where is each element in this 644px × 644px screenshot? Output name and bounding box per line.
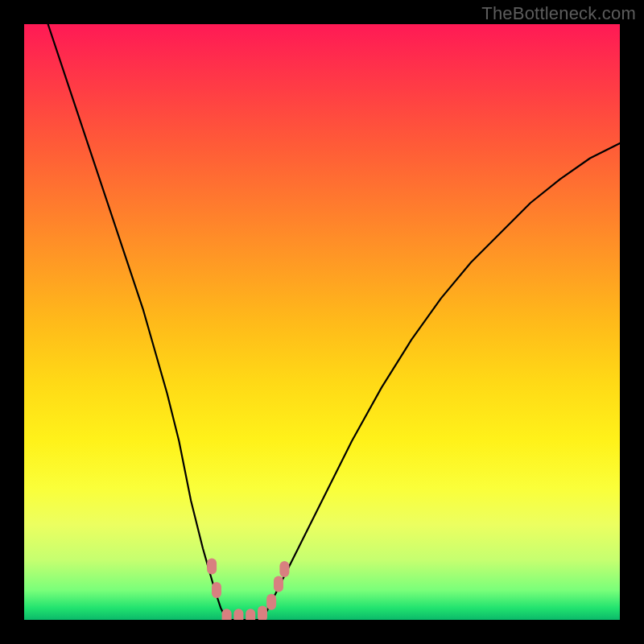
data-marker [279,561,289,577]
data-marker [207,558,217,574]
data-marker [233,609,243,620]
markers-group [207,558,289,620]
watermark-text: TheBottleneck.com [481,3,636,24]
right-branch-path [262,143,620,620]
data-marker [222,609,232,620]
chart-frame: TheBottleneck.com [0,0,644,644]
data-marker [274,576,283,592]
plot-area-wrap [24,24,620,620]
data-marker [266,594,276,610]
data-marker [246,609,255,620]
data-marker [258,606,267,620]
left-branch-path [48,24,227,620]
data-marker [212,582,221,598]
curve-layer [24,24,620,620]
